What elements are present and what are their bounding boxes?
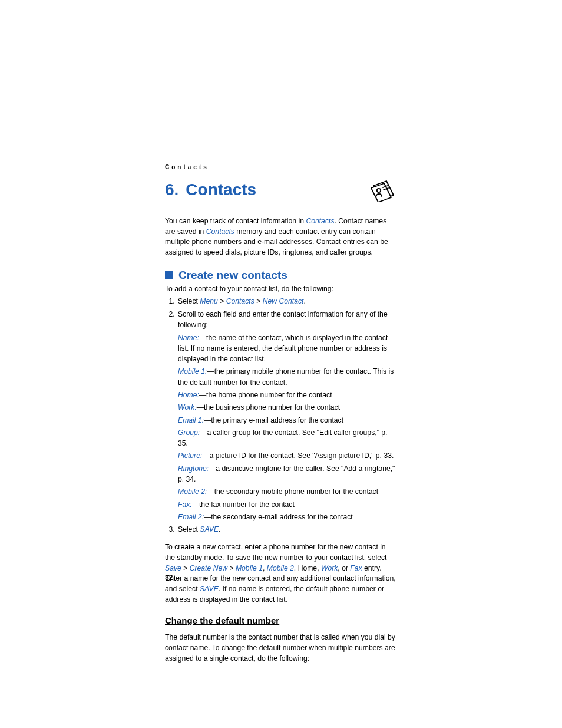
picture-label: Picture: xyxy=(178,452,202,460)
text: To create a new contact, enter a phone n… xyxy=(165,543,386,562)
text: —the name of the contact, which is displ… xyxy=(178,334,388,364)
text: . xyxy=(303,297,305,305)
save-link[interactable]: Save xyxy=(165,564,181,572)
mobile1-label: Mobile 1: xyxy=(178,367,207,375)
fax-link[interactable]: Fax xyxy=(350,564,362,572)
text: > xyxy=(254,297,263,305)
intro-paragraph: You can keep track of contact informatio… xyxy=(165,216,397,258)
text: , or xyxy=(338,564,350,572)
create-new-link[interactable]: Create New xyxy=(190,564,227,572)
text: You can keep track of contact informatio… xyxy=(165,217,306,225)
text: , xyxy=(263,564,267,572)
text: > xyxy=(227,564,236,572)
subsection-change-default-number: Change the default number xyxy=(165,615,397,625)
text: Select xyxy=(178,297,200,305)
text: , Home, xyxy=(294,564,321,572)
field-email2: Email 2:—the secondary e-mail address fo… xyxy=(178,512,397,522)
fax-label: Fax: xyxy=(178,500,192,509)
field-group: Group:—a caller group for the contact. S… xyxy=(178,427,397,449)
text: —the secondary mobile phone number for t… xyxy=(207,487,378,496)
contacts-link[interactable]: Contacts xyxy=(226,297,254,305)
field-mobile2: Mobile 2:—the secondary mobile phone num… xyxy=(178,486,397,497)
field-email1: Email 1:—the primary e-mail address for … xyxy=(178,415,397,426)
text: Scroll to each field and enter the conta… xyxy=(178,310,388,329)
text: —the secondary e-mail address for the co… xyxy=(204,513,353,521)
page-number: 32 xyxy=(165,574,173,582)
contacts-link[interactable]: Contacts xyxy=(306,217,334,225)
step-3: Select SAVE. xyxy=(177,525,397,535)
work-link[interactable]: Work xyxy=(321,564,338,572)
chapter-number: 6. xyxy=(165,180,178,199)
group-label: Group: xyxy=(178,429,200,437)
text: —the primary e-mail address for the cont… xyxy=(204,416,343,424)
square-bullet-icon xyxy=(165,271,173,279)
steps-list: Select Menu > Contacts > New Contact. Sc… xyxy=(165,297,397,535)
subsection-paragraph: The default number is the contact number… xyxy=(165,633,397,664)
text: —the home phone number for the contact xyxy=(199,391,332,399)
page: Contacts 6. Contacts You can keep track … xyxy=(0,0,562,728)
section-create-new-contacts: Create new contacts xyxy=(165,269,397,282)
mobile2-label: Mobile 2: xyxy=(178,487,207,496)
field-fax: Fax:—the fax number for the contact xyxy=(178,499,397,510)
mobile2-link[interactable]: Mobile 2 xyxy=(267,564,294,572)
chapter-title-text: Contacts xyxy=(186,180,256,199)
save-link[interactable]: SAVE xyxy=(200,525,219,533)
text: —the primary mobile phone number for the… xyxy=(178,367,394,386)
text: . xyxy=(219,525,220,533)
home-label: Home: xyxy=(178,391,199,399)
step-1: Select Menu > Contacts > New Contact. xyxy=(177,297,397,307)
name-label: Name: xyxy=(178,334,199,342)
text: —a caller group for the contact. See "Ed… xyxy=(178,429,388,447)
field-ringtone: Ringtone:—a distinctive ringtone for the… xyxy=(178,463,397,485)
text: Select xyxy=(178,525,200,533)
email1-label: Email 1: xyxy=(178,416,204,424)
step-2: Scroll to each field and enter the conta… xyxy=(177,309,397,522)
text: —a distinctive ringtone for the caller. … xyxy=(178,465,395,483)
section-title: Create new contacts xyxy=(178,269,287,282)
contacts-link[interactable]: Contacts xyxy=(206,228,234,236)
text: —a picture ID for the contact. See "Assi… xyxy=(202,452,394,460)
work-label: Work: xyxy=(178,403,197,411)
field-picture: Picture:—a picture ID for the contact. S… xyxy=(178,450,397,461)
ringtone-label: Ringtone: xyxy=(178,465,209,473)
field-work: Work:—the business phone number for the … xyxy=(178,402,397,413)
field-mobile1: Mobile 1:—the primary mobile phone numbe… xyxy=(178,366,397,388)
field-home: Home:—the home phone number for the cont… xyxy=(178,390,397,400)
menu-link[interactable]: Menu xyxy=(200,297,218,305)
create-lead: To add a contact to your contact list, d… xyxy=(165,284,397,295)
text: —the business phone number for the conta… xyxy=(197,403,340,411)
running-header: Contacts xyxy=(165,164,397,170)
field-name: Name:—the name of the contact, which is … xyxy=(178,332,397,365)
chapter-title: 6. Contacts xyxy=(165,180,359,202)
create-followup-paragraph: To create a new contact, enter a phone n… xyxy=(165,542,397,605)
chapter-heading-row: 6. Contacts xyxy=(165,179,397,202)
text: —the fax number for the contact xyxy=(192,500,295,509)
save-link[interactable]: SAVE xyxy=(200,585,219,593)
text: > xyxy=(218,297,226,305)
text: > xyxy=(181,564,190,572)
contacts-card-icon xyxy=(370,179,397,202)
email2-label: Email 2: xyxy=(178,513,204,521)
new-contact-link[interactable]: New Contact xyxy=(263,297,304,305)
mobile1-link[interactable]: Mobile 1 xyxy=(236,564,263,572)
